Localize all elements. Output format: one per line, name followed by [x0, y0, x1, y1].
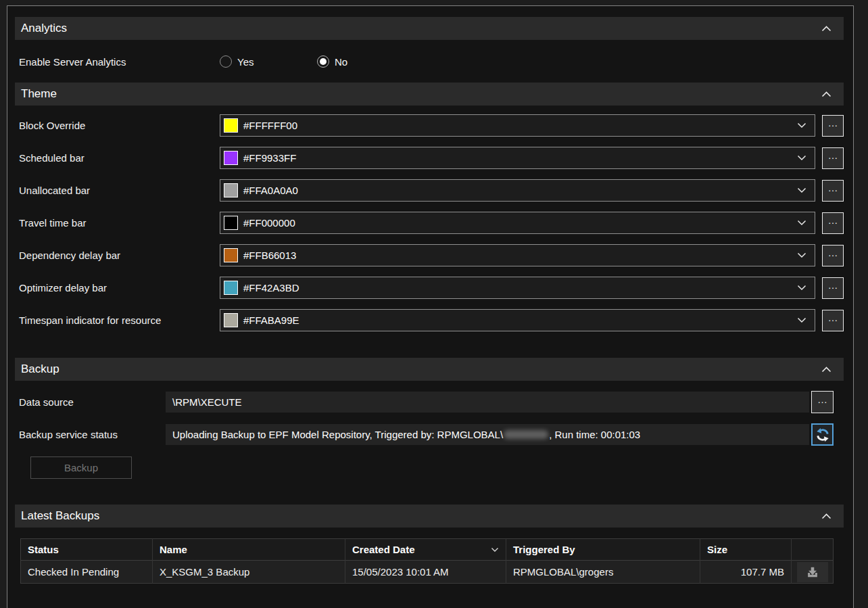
data-source-input[interactable]: \RPM\XECUTE: [166, 392, 809, 413]
color-value: #FFB66013: [243, 250, 296, 261]
color-picker-more-button[interactable]: …: [822, 212, 844, 234]
data-source-label: Data source: [19, 396, 166, 408]
column-header-created-date[interactable]: Created Date: [345, 539, 506, 561]
color-picker-more-button[interactable]: …: [822, 147, 844, 169]
cell-status: Checked In Pending: [21, 561, 153, 584]
chevron-down-icon[interactable]: [797, 285, 806, 291]
theme-row-label: Unallocated bar: [19, 185, 220, 196]
color-dropdown[interactable]: #FFABA99E: [220, 309, 815, 331]
section-header-backup[interactable]: Backup: [15, 358, 844, 381]
color-swatch: [224, 216, 238, 230]
refresh-status-button[interactable]: [811, 423, 834, 446]
column-header-status[interactable]: Status: [21, 539, 153, 561]
color-picker-more-button[interactable]: …: [822, 277, 844, 299]
data-source-value: \RPM\XECUTE: [172, 396, 242, 408]
theme-row-optimizer-delay-bar: Optimizer delay bar #FF42A3BD …: [19, 277, 844, 299]
enable-analytics-label: Enable Server Analytics: [19, 56, 220, 68]
download-backup-button[interactable]: [797, 562, 828, 582]
backup-status-label: Backup service status: [19, 429, 166, 440]
color-value: #FF9933FF: [243, 152, 296, 164]
theme-row-label: Travel time bar: [19, 217, 220, 229]
color-dropdown[interactable]: #FF42A3BD: [220, 277, 815, 299]
collapse-chevron-up-icon[interactable]: [819, 23, 834, 34]
chevron-down-icon[interactable]: [797, 187, 806, 193]
radio-option-no[interactable]: No: [317, 55, 414, 68]
column-header-download: [792, 539, 834, 561]
collapse-chevron-up-icon[interactable]: [819, 511, 834, 522]
chevron-down-icon[interactable]: [797, 252, 806, 258]
backup-status-value: Uploading Backup to EPF Model Repository…: [166, 424, 809, 445]
backup-status-row: Backup service status Uploading Backup t…: [19, 424, 834, 445]
section-title-theme: Theme: [21, 87, 57, 101]
download-icon: [805, 565, 820, 580]
cell-triggered-by: RPMGLOBAL\grogers: [506, 561, 700, 584]
column-header-name[interactable]: Name: [153, 539, 345, 561]
created-date-label: Created Date: [352, 544, 415, 555]
status-text-suffix: , Run time: 00:01:03: [549, 429, 640, 440]
color-swatch: [224, 118, 238, 133]
theme-row-dependency-delay-bar: Dependency delay bar #FFB66013 …: [19, 244, 844, 266]
redacted-username: [504, 430, 548, 439]
data-source-row: Data source \RPM\XECUTE …: [19, 392, 834, 413]
color-picker-more-button[interactable]: …: [822, 310, 844, 331]
collapse-chevron-up-icon[interactable]: [819, 364, 834, 375]
color-swatch: [224, 151, 238, 165]
chevron-down-icon[interactable]: [797, 317, 806, 323]
data-source-browse-button[interactable]: …: [811, 391, 834, 413]
column-header-triggered-by[interactable]: Triggered By: [506, 539, 700, 561]
theme-row-timespan-indicator: Timespan indicator for resource #FFABA99…: [19, 309, 844, 331]
radio-yes-label: Yes: [237, 56, 254, 68]
radio-option-yes[interactable]: Yes: [220, 55, 317, 68]
theme-row-label: Dependency delay bar: [19, 250, 220, 261]
radio-no-icon[interactable]: [317, 55, 329, 68]
color-dropdown[interactable]: #FFB66013: [220, 244, 815, 266]
color-picker-more-button[interactable]: …: [822, 115, 844, 137]
latest-backups-table: Status Name Created Date Triggered By Si…: [20, 538, 834, 584]
analytics-radio-group: Yes No: [220, 55, 414, 68]
collapse-chevron-up-icon[interactable]: [819, 89, 834, 100]
table-row[interactable]: Checked In Pending X_KSGM_3 Backup 15/05…: [21, 561, 834, 584]
theme-row-label: Scheduled bar: [19, 152, 220, 164]
radio-no-label: No: [335, 56, 347, 68]
chevron-down-icon[interactable]: [797, 122, 806, 128]
theme-rows: Block Override #FFFFFF00 … Scheduled bar…: [7, 114, 853, 331]
chevron-down-icon[interactable]: [797, 220, 806, 226]
color-dropdown[interactable]: #FFFFFF00: [220, 114, 815, 137]
color-dropdown[interactable]: #FF9933FF: [220, 147, 815, 169]
settings-panel: Analytics Enable Server Analytics Yes No…: [7, 5, 854, 608]
ellipsis-icon: …: [817, 398, 827, 406]
color-value: #FFABA99E: [243, 314, 299, 326]
enable-analytics-row: Enable Server Analytics Yes No: [7, 49, 853, 74]
color-value: #FF42A3BD: [243, 282, 299, 294]
cell-name: X_KSGM_3 Backup: [153, 561, 345, 584]
color-value: #FF000000: [243, 217, 295, 229]
chevron-down-icon[interactable]: [797, 155, 806, 161]
theme-row-unallocated-bar: Unallocated bar #FFA0A0A0 …: [19, 179, 844, 202]
color-swatch: [224, 281, 238, 295]
cell-created-date: 15/05/2023 10:01 AM: [345, 561, 506, 584]
status-text-prefix: Uploading Backup to EPF Model Repository…: [172, 429, 503, 440]
color-swatch: [224, 248, 238, 262]
color-swatch: [224, 313, 238, 327]
section-header-latest-backups[interactable]: Latest Backups: [15, 505, 844, 528]
cell-download: [792, 561, 834, 584]
color-swatch: [224, 183, 238, 197]
color-dropdown[interactable]: #FFA0A0A0: [220, 179, 815, 202]
column-header-size[interactable]: Size: [700, 539, 792, 561]
color-value: #FFA0A0A0: [243, 185, 298, 196]
color-picker-more-button[interactable]: …: [822, 245, 844, 266]
sort-chevron-down-icon[interactable]: [491, 547, 499, 553]
cell-size: 107.7 MB: [700, 561, 792, 584]
color-picker-more-button[interactable]: …: [822, 180, 844, 202]
theme-row-label: Block Override: [19, 120, 220, 131]
color-dropdown[interactable]: #FF000000: [220, 212, 815, 234]
theme-row-block-override: Block Override #FFFFFF00 …: [19, 114, 844, 137]
backup-button[interactable]: Backup: [30, 457, 132, 479]
radio-yes-icon[interactable]: [220, 55, 232, 68]
theme-row-scheduled-bar: Scheduled bar #FF9933FF …: [19, 147, 844, 169]
section-header-analytics[interactable]: Analytics: [15, 17, 844, 40]
theme-row-label: Optimizer delay bar: [19, 282, 220, 294]
section-title-analytics: Analytics: [21, 22, 67, 35]
section-title-backup: Backup: [21, 363, 59, 376]
section-header-theme[interactable]: Theme: [15, 83, 844, 106]
